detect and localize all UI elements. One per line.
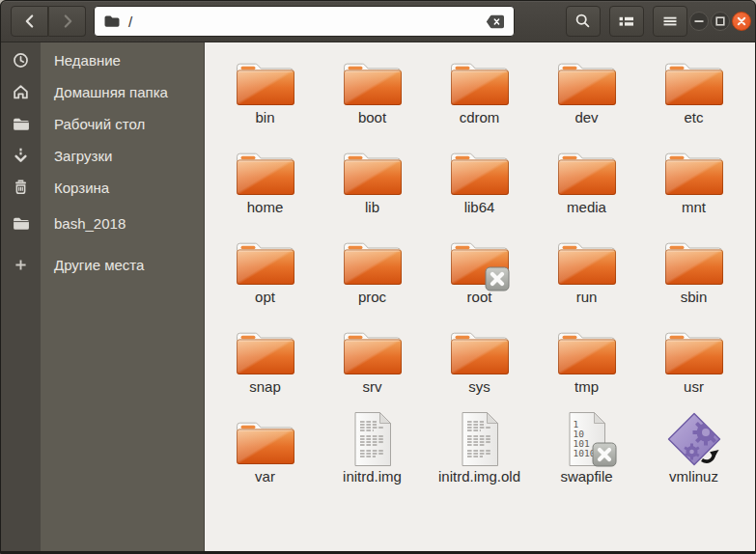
sidebar-item-label: bash_2018	[41, 215, 126, 232]
close-icon	[733, 13, 750, 30]
folder-icon	[233, 409, 298, 467]
sidebar-item-label: Рабочий стол	[41, 116, 145, 132]
maximize-icon	[712, 13, 729, 30]
file-item-home[interactable]: home	[211, 140, 319, 230]
file-item-initrd.img.old[interactable]: initrd.img.old	[426, 409, 533, 499]
file-item-sys[interactable]: sys	[426, 319, 533, 409]
file-item-srv[interactable]: srv	[319, 319, 426, 409]
text-file-icon	[350, 409, 395, 467]
side-folder-icon	[1, 214, 41, 233]
file-item-var[interactable]: var	[211, 409, 319, 499]
forward-button[interactable]	[48, 6, 86, 37]
file-name: run	[576, 289, 598, 305]
menu-button[interactable]	[653, 6, 687, 37]
file-name: usr	[684, 378, 704, 395]
sidebar-items: НедавниеДомашняя папкаРабочий столЗагруз…	[1, 42, 204, 281]
file-name: vmlinuz	[669, 468, 718, 485]
file-name: sys	[468, 378, 490, 395]
clear-location-button[interactable]	[486, 14, 505, 29]
sidebar-item-label: Домашняя папка	[41, 84, 168, 100]
sidebar-item-desktop[interactable]: Рабочий стол	[1, 108, 204, 140]
file-item-usr[interactable]: usr	[640, 319, 747, 409]
folder-icon	[340, 230, 406, 288]
folder-icon	[233, 50, 298, 108]
folder-icon	[554, 319, 620, 377]
file-name: proc	[358, 289, 386, 305]
folder-icon	[661, 319, 727, 377]
list-view-icon	[618, 13, 635, 30]
file-item-dev[interactable]: dev	[533, 50, 640, 140]
folder-icon	[661, 140, 727, 198]
file-item-lib64[interactable]: lib64	[426, 140, 533, 230]
file-item-lib[interactable]: lib	[319, 140, 426, 230]
text-file-icon	[458, 409, 502, 467]
file-name: opt	[255, 289, 275, 305]
file-item-media[interactable]: media	[533, 140, 640, 230]
folder-icon	[554, 140, 620, 198]
file-name: lib	[365, 199, 379, 215]
nav-buttons	[11, 6, 86, 37]
file-item-proc[interactable]: proc	[319, 230, 426, 319]
clear-backspace-icon	[486, 14, 505, 29]
file-item-tmp[interactable]: tmp	[533, 319, 640, 409]
file-name: media	[567, 199, 606, 215]
close-button[interactable]	[732, 12, 751, 31]
file-item-mnt[interactable]: mnt	[640, 140, 747, 230]
file-item-root[interactable]: root	[426, 230, 533, 319]
file-name: cdrom	[460, 109, 500, 125]
window-controls	[689, 12, 751, 31]
sidebar-item-other-places[interactable]: Другие места	[1, 249, 204, 281]
sidebar-item-downloads[interactable]: Загрузки	[1, 140, 204, 172]
plus-icon	[1, 257, 41, 273]
file-item-snap[interactable]: snap	[211, 319, 319, 409]
file-item-opt[interactable]: opt	[211, 230, 319, 319]
sidebar-item-home[interactable]: Домашняя папка	[1, 76, 204, 108]
file-item-sbin[interactable]: sbin	[640, 230, 747, 319]
file-item-initrd.img[interactable]: initrd.img	[319, 409, 426, 499]
folder-icon	[103, 13, 121, 30]
file-name: srv	[363, 378, 382, 395]
current-path: /	[128, 14, 132, 30]
chevron-right-icon	[59, 13, 76, 30]
search-button[interactable]	[566, 6, 601, 37]
side-folder-icon	[1, 115, 41, 133]
file-item-boot[interactable]: boot	[319, 50, 426, 140]
kernel-file-icon	[666, 409, 722, 467]
file-item-vmlinuz[interactable]: vmlinuz	[640, 409, 747, 499]
chevron-left-icon	[21, 13, 39, 30]
folder-icon	[661, 50, 727, 108]
file-name: initrd.img.old	[438, 468, 520, 485]
folder-icon	[340, 50, 406, 108]
file-name: home	[247, 199, 284, 215]
sidebar-item-trash[interactable]: Корзина	[1, 172, 204, 204]
no-access-emblem-icon	[485, 266, 510, 291]
file-item-swapfile[interactable]: 1101011010 swapfile	[533, 409, 640, 499]
folder-icon	[447, 319, 513, 377]
folder-icon	[661, 230, 727, 288]
file-item-etc[interactable]: etc	[640, 50, 747, 140]
sidebar-item-bash_2018[interactable]: bash_2018	[1, 208, 204, 239]
search-icon	[574, 13, 592, 30]
folder-icon	[554, 50, 620, 108]
binary-file-icon: 1101011010	[565, 409, 609, 467]
file-name: snap	[249, 378, 281, 395]
view-toggle-button[interactable]	[609, 6, 644, 37]
file-item-cdrom[interactable]: cdrom	[426, 50, 533, 140]
file-item-bin[interactable]: bin	[211, 50, 319, 140]
folder-icon	[233, 230, 298, 288]
no-access-emblem-icon	[592, 442, 617, 467]
sidebar: НедавниеДомашняя папкаРабочий столЗагруз…	[1, 42, 205, 551]
file-name: dev	[574, 109, 598, 125]
folder-icon	[233, 140, 298, 198]
sidebar-item-recent[interactable]: Недавние	[1, 44, 204, 76]
back-button[interactable]	[11, 6, 48, 37]
location-bar[interactable]: /	[94, 6, 515, 37]
minimize-button[interactable]	[689, 12, 709, 31]
file-item-run[interactable]: run	[533, 230, 640, 319]
recent-clock-icon	[1, 51, 41, 69]
folder-icon	[233, 319, 298, 377]
file-name: boot	[358, 109, 386, 125]
maximize-button[interactable]	[711, 12, 730, 31]
file-name: bin	[255, 109, 274, 125]
symlink-emblem-icon	[699, 444, 720, 465]
